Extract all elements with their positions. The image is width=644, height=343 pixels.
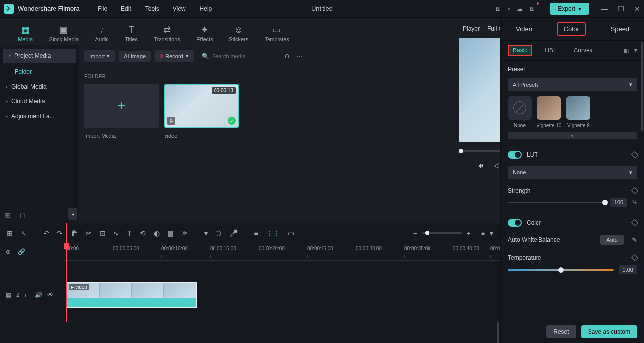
tab-effects[interactable]: ✦Effects <box>193 23 215 43</box>
collapse-sidebar-button[interactable]: ◂ <box>68 208 77 220</box>
tab-color-props[interactable]: Color <box>557 22 586 36</box>
more-tools-icon[interactable]: ≫ <box>182 230 188 236</box>
tl-cursor-icon[interactable]: ↖ <box>21 229 27 237</box>
cloud-icon[interactable]: ☁ <box>517 5 523 12</box>
menu-help[interactable]: Help <box>194 3 218 14</box>
menu-tools[interactable]: Tools <box>139 3 165 14</box>
lut-select[interactable]: None▾ <box>508 166 637 179</box>
playhead[interactable] <box>66 223 67 322</box>
keyframe-icon[interactable] <box>631 219 638 226</box>
tab-stock-media[interactable]: ▣Stock Media <box>46 23 82 43</box>
media-clip-tile[interactable]: 00:00:13 ⎘ ✓ video <box>164 84 239 139</box>
export-button[interactable]: Export ▾ <box>550 3 589 15</box>
rotate-icon[interactable]: ⟲ <box>140 229 146 237</box>
apps-icon[interactable]: ⊞ <box>530 5 535 12</box>
tab-titles[interactable]: TTitles <box>122 24 141 43</box>
zoom-in-icon[interactable]: + <box>467 229 471 237</box>
menu-view[interactable]: View <box>167 3 192 14</box>
strength-slider[interactable] <box>508 202 605 203</box>
cut-icon[interactable]: ✂ <box>86 229 92 237</box>
timeline-clip[interactable]: ▸video <box>66 282 197 308</box>
close-button[interactable]: ✕ <box>634 5 640 13</box>
search-media[interactable]: 🔍 <box>198 53 280 60</box>
menu-edit[interactable]: Edit <box>115 3 137 14</box>
tab-media[interactable]: ▦Media <box>15 23 36 43</box>
step-back-button[interactable]: ◁ <box>494 161 499 169</box>
subtab-basic[interactable]: Basic <box>508 45 532 56</box>
search-input[interactable] <box>212 53 276 59</box>
magnet-icon[interactable]: ⋮⋮ <box>266 229 280 237</box>
tl-add-track-icon[interactable]: ⊕ <box>6 248 11 255</box>
text-icon[interactable]: T <box>127 229 132 237</box>
keyframe-icon[interactable] <box>631 187 638 194</box>
menu-file[interactable]: File <box>92 3 113 14</box>
keyframe-icon[interactable] <box>631 254 638 261</box>
tab-stickers[interactable]: ☺Stickers <box>226 24 251 43</box>
strength-value[interactable]: 100 <box>610 198 627 207</box>
minimize-button[interactable]: — <box>601 5 608 13</box>
filter-icon[interactable]: ⫛ <box>284 53 290 60</box>
import-button[interactable]: Import▾ <box>84 50 115 62</box>
subtab-curves[interactable]: Curves <box>570 46 596 55</box>
crop-icon[interactable]: ⊡ <box>100 229 106 237</box>
timeline-ruler[interactable]: 00:00 00:00:05:00 00:00:10:00 00:00:15:0… <box>64 243 500 261</box>
color-icon[interactable]: ◐ <box>154 229 160 237</box>
marker-icon[interactable]: ▾ <box>204 229 208 237</box>
track-link-icon[interactable]: ◻ <box>25 292 30 298</box>
import-media-tile[interactable]: + Import Media <box>84 84 159 139</box>
timeline-scrollbar[interactable] <box>497 322 499 343</box>
more-icon[interactable]: ⋯ <box>296 53 302 60</box>
tab-templates[interactable]: ▭Templates <box>262 23 292 43</box>
track-visibility-icon[interactable]: 👁 <box>47 292 53 298</box>
tl-link-icon[interactable]: 🔗 <box>18 248 25 255</box>
tab-video-props[interactable]: Video <box>511 23 537 35</box>
preset-vignette-9[interactable]: Vignette 9 <box>566 96 590 128</box>
sidebar-adjustment-layer[interactable]: ▸Adjustment La... <box>0 109 79 124</box>
ai-image-button[interactable]: AI Image <box>119 51 151 62</box>
preset-vignette-10[interactable]: Vignette 10 <box>537 96 561 128</box>
tl-list-icon[interactable]: ≡ <box>481 229 485 237</box>
shield-icon[interactable]: ⬡ <box>215 229 221 237</box>
record-button[interactable]: Record▾ <box>155 50 193 62</box>
new-folder-icon[interactable]: ⊞ <box>5 211 11 219</box>
layer-icon[interactable]: ▦ <box>167 229 174 237</box>
sidebar-cloud-media[interactable]: ▸Cloud Media <box>0 94 79 109</box>
tab-speed-props[interactable]: Speed <box>606 23 635 35</box>
render-icon[interactable]: ▭ <box>288 229 294 237</box>
save-custom-button[interactable]: Save as custom <box>581 325 637 338</box>
maximize-button[interactable]: ❐ <box>618 5 624 13</box>
preset-dropdown[interactable]: All Presets▾ <box>508 78 637 91</box>
add-to-timeline-icon[interactable]: ⎘ <box>167 117 175 125</box>
tl-chevron-icon[interactable]: ▾ <box>490 229 493 237</box>
eyedropper-icon[interactable]: ✎ <box>632 236 637 244</box>
sidebar-folder[interactable]: Folder <box>0 64 79 79</box>
temperature-value[interactable]: 0.00 <box>619 265 637 274</box>
tab-transitions[interactable]: ⇄Transitions <box>151 23 183 43</box>
sidebar-project-media[interactable]: ▾Project Media <box>3 49 76 63</box>
preset-expand-button[interactable]: ▾ <box>508 132 637 139</box>
reset-button[interactable]: Reset <box>546 325 576 338</box>
color-toggle[interactable] <box>508 219 522 227</box>
prev-frame-button[interactable]: ⏮ <box>477 161 484 169</box>
undo-icon[interactable]: ↶ <box>43 229 49 237</box>
tl-select-icon[interactable]: ⊞ <box>7 229 13 237</box>
auto-button[interactable]: Auto <box>600 235 624 245</box>
preset-none[interactable]: None <box>508 96 532 128</box>
redo-icon[interactable]: ↷ <box>57 229 63 237</box>
tab-audio[interactable]: ♪Audio <box>92 24 112 43</box>
properties-scrollbar[interactable] <box>641 42 643 131</box>
speed-icon[interactable]: ∿ <box>113 229 119 237</box>
zoom-out-icon[interactable]: − <box>413 229 417 237</box>
audio-mix-icon[interactable]: ≡ <box>254 229 258 237</box>
folder-icon[interactable]: ◻ <box>20 211 26 219</box>
sidebar-global-media[interactable]: ▸Global Media <box>0 79 79 94</box>
mic-icon[interactable]: 🎤 <box>229 229 238 237</box>
save-icon[interactable]: ▫ <box>508 5 510 12</box>
keyframe-icon[interactable] <box>631 151 638 158</box>
screen-icon[interactable]: ⊞ <box>496 5 501 12</box>
track-audio-icon[interactable]: 🔊 <box>35 292 42 298</box>
zoom-slider[interactable] <box>422 232 462 234</box>
compare-icon[interactable]: ◧ <box>624 47 629 54</box>
chevron-down-icon[interactable]: ▾ <box>634 47 637 54</box>
delete-icon[interactable]: 🗑 <box>71 229 78 237</box>
